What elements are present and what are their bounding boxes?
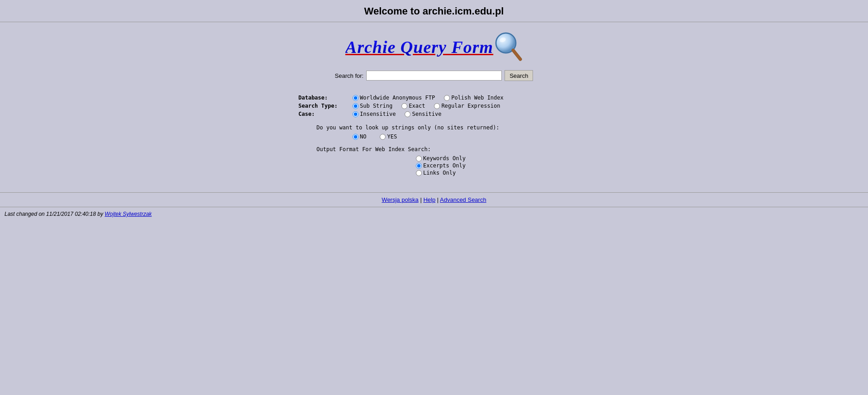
search-input[interactable] <box>366 71 502 81</box>
case-row: Case: Insensitive Sensitive <box>298 111 570 117</box>
out-links-option[interactable]: Links Only <box>416 170 570 176</box>
last-changed-text: Last changed on 11/21/2017 02:40:18 by <box>5 211 103 217</box>
case-sensitive-option[interactable]: Sensitive <box>405 111 441 117</box>
strings-only-section: Do you want to look up strings only (no … <box>316 124 570 140</box>
case-insensitive-radio[interactable] <box>353 111 359 117</box>
database-options: Worldwide Anonymous FTP Polish Web Index <box>353 95 504 101</box>
out-excerpts-radio[interactable] <box>416 163 422 169</box>
search-button[interactable]: Search <box>505 70 533 81</box>
search-type-label: Search Type: <box>298 103 353 109</box>
case-label: Case: <box>298 111 353 117</box>
out-keywords-label: Keywords Only <box>423 155 466 162</box>
st-regex-label: Regular Expression <box>441 103 500 109</box>
case-options: Insensitive Sensitive <box>353 111 442 117</box>
logo-container: Archie Query Form <box>345 31 523 63</box>
database-row: Database: Worldwide Anonymous FTP Polish… <box>298 95 570 101</box>
archie-logo-text: Archie Query Form <box>345 37 493 57</box>
header-section: Archie Query Form Search for: Search <box>0 22 868 95</box>
page-title: Welcome to archie.icm.edu.pl <box>0 0 868 22</box>
out-keywords-radio[interactable] <box>416 156 422 162</box>
st-substring-option[interactable]: Sub String <box>353 103 392 109</box>
db-polish-option[interactable]: Polish Web Index <box>444 95 504 101</box>
strings-no-option[interactable]: NO <box>353 133 366 140</box>
st-regex-radio[interactable] <box>434 103 440 109</box>
strings-yes-radio[interactable] <box>380 134 386 140</box>
strings-yes-label: YES <box>387 133 397 140</box>
author-link[interactable]: Wojtek Sylwestrzak <box>105 211 152 217</box>
out-links-radio[interactable] <box>416 170 422 176</box>
search-type-row: Search Type: Sub String Exact Regular Ex… <box>298 103 570 109</box>
strings-no-label: NO <box>360 133 366 140</box>
st-substring-radio[interactable] <box>353 103 359 109</box>
output-format-label: Output Format For Web Index Search: <box>316 146 570 152</box>
last-changed: Last changed on 11/21/2017 02:40:18 by W… <box>0 207 868 221</box>
output-format-section: Output Format For Web Index Search: Keyw… <box>316 146 570 176</box>
strings-yes-option[interactable]: YES <box>380 133 397 140</box>
svg-line-3 <box>513 50 520 59</box>
st-exact-label: Exact <box>409 103 425 109</box>
magnifier-icon <box>493 31 523 63</box>
st-exact-option[interactable]: Exact <box>401 103 425 109</box>
case-insensitive-label: Insensitive <box>360 111 396 117</box>
st-regex-option[interactable]: Regular Expression <box>434 103 500 109</box>
db-worldwide-label: Worldwide Anonymous FTP <box>360 95 435 101</box>
out-links-label: Links Only <box>423 170 456 176</box>
strings-no-radio[interactable] <box>353 134 359 140</box>
search-type-options: Sub String Exact Regular Expression <box>353 103 500 109</box>
strings-only-options: NO YES <box>353 133 570 140</box>
db-polish-radio[interactable] <box>444 95 450 101</box>
search-for-label: Search for: <box>335 72 364 79</box>
out-keywords-option[interactable]: Keywords Only <box>416 155 570 162</box>
help-link[interactable]: Help <box>423 196 435 203</box>
case-sensitive-label: Sensitive <box>412 111 441 117</box>
search-for-row: Search for: Search <box>0 70 868 81</box>
st-exact-radio[interactable] <box>401 103 407 109</box>
case-insensitive-option[interactable]: Insensitive <box>353 111 396 117</box>
db-worldwide-option[interactable]: Worldwide Anonymous FTP <box>353 95 435 101</box>
case-sensitive-radio[interactable] <box>405 111 410 117</box>
wersja-polska-link[interactable]: Wersja polska <box>382 196 418 203</box>
out-excerpts-option[interactable]: Excerpts Only <box>416 162 570 169</box>
form-section: Database: Worldwide Anonymous FTP Polish… <box>298 95 570 185</box>
strings-only-label: Do you want to look up strings only (no … <box>316 124 570 131</box>
db-polish-label: Polish Web Index <box>451 95 504 101</box>
advanced-search-link[interactable]: Advanced Search <box>440 196 486 203</box>
db-worldwide-radio[interactable] <box>353 95 359 101</box>
database-label: Database: <box>298 95 353 101</box>
footer-links: Wersja polska | Help | Advanced Search <box>0 193 868 207</box>
st-substring-label: Sub String <box>360 103 392 109</box>
output-format-options: Keywords Only Excerpts Only Links Only <box>416 155 570 176</box>
out-excerpts-label: Excerpts Only <box>423 162 466 169</box>
